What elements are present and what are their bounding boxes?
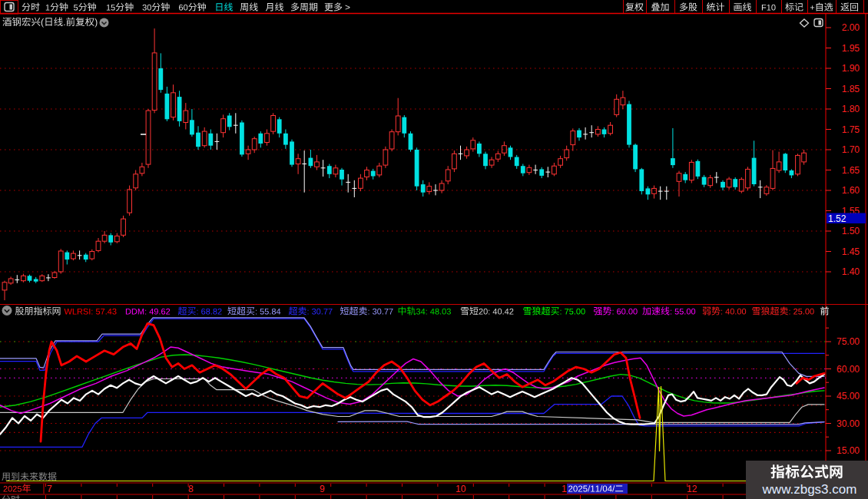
svg-text:1.75: 1.75 <box>842 124 860 135</box>
svg-text:10: 10 <box>456 484 466 494</box>
svg-text:1.90: 1.90 <box>842 63 860 74</box>
svg-text:9: 9 <box>320 484 325 494</box>
svg-text:1.95: 1.95 <box>842 43 860 54</box>
svg-text:1.45: 1.45 <box>842 246 860 257</box>
svg-text:1: 1 <box>562 484 567 494</box>
svg-text:1.60: 1.60 <box>842 185 860 196</box>
svg-text:1.52: 1.52 <box>828 213 846 224</box>
svg-text:30.00: 30.00 <box>837 418 860 429</box>
svg-text:12: 12 <box>687 484 697 494</box>
svg-text:45.00: 45.00 <box>837 391 860 402</box>
svg-text:7: 7 <box>47 484 52 494</box>
svg-text:www.zbgs3.com: www.zbgs3.com <box>762 482 857 497</box>
svg-text:1.70: 1.70 <box>842 144 860 155</box>
svg-text:1.80: 1.80 <box>842 104 860 114</box>
svg-text:2.00: 2.00 <box>842 22 860 33</box>
svg-text:1.65: 1.65 <box>842 165 860 176</box>
svg-text:1.40: 1.40 <box>842 266 860 277</box>
svg-text:1.50: 1.50 <box>842 226 860 236</box>
svg-text:60.00: 60.00 <box>837 364 860 375</box>
svg-text:1.85: 1.85 <box>842 84 860 94</box>
svg-text:15.00: 15.00 <box>837 445 860 456</box>
svg-text:8: 8 <box>188 484 194 494</box>
svg-text:75.00: 75.00 <box>837 336 860 347</box>
